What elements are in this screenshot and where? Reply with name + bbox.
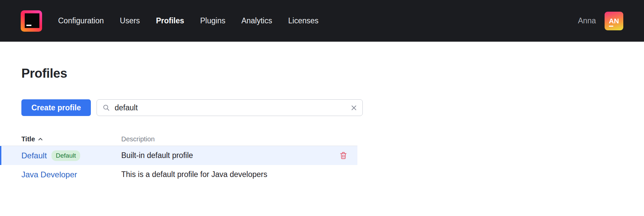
search-input[interactable] (114, 103, 347, 113)
profile-link-java-developer[interactable]: Java Developer (21, 170, 77, 179)
column-header-title[interactable]: Title (21, 135, 121, 143)
column-title-label: Title (21, 135, 35, 143)
avatar-underscore (609, 26, 613, 27)
default-badge: Default (51, 150, 80, 161)
toolbar: Create profile (21, 99, 623, 116)
nav-item-plugins[interactable]: Plugins (200, 16, 225, 25)
table-header-row: Title Description (0, 133, 357, 146)
jetbrains-logo-underscore (26, 25, 31, 26)
description-cell: This is a default profile for Java devel… (121, 170, 347, 179)
avatar-initials: AN (609, 17, 619, 25)
jetbrains-logo[interactable] (21, 10, 42, 32)
search-field[interactable] (97, 99, 363, 116)
title-cell: Default Default (21, 150, 121, 161)
trash-icon[interactable] (339, 151, 347, 160)
clear-search-button[interactable] (351, 105, 357, 111)
profile-link-default[interactable]: Default (21, 151, 47, 160)
table-row[interactable]: Default Default Built-in default profile (0, 146, 357, 165)
user-avatar[interactable]: AN (605, 12, 623, 30)
page-title: Profiles (21, 66, 623, 81)
nav-item-licenses[interactable]: Licenses (288, 16, 319, 25)
nav-item-profiles[interactable]: Profiles (156, 16, 184, 25)
chevron-up-icon (38, 138, 43, 141)
nav-user-area: Anna AN (578, 12, 623, 30)
main-nav: Configuration Users Profiles Plugins Ana… (58, 16, 319, 25)
create-profile-button[interactable]: Create profile (21, 99, 91, 116)
description-cell: Built-in default profile (121, 151, 339, 160)
user-name[interactable]: Anna (578, 16, 596, 25)
top-navigation-bar: Configuration Users Profiles Plugins Ana… (0, 0, 644, 42)
main-content: Profiles Create profile (0, 66, 644, 116)
nav-item-analytics[interactable]: Analytics (241, 16, 272, 25)
column-header-description: Description (121, 135, 155, 143)
table-row[interactable]: Java Developer This is a default profile… (0, 165, 357, 184)
nav-item-configuration[interactable]: Configuration (58, 16, 104, 25)
profiles-table: Title Description Default Default Built-… (0, 133, 644, 184)
title-cell: Java Developer (21, 170, 121, 179)
search-icon (102, 104, 110, 112)
nav-item-users[interactable]: Users (120, 16, 140, 25)
